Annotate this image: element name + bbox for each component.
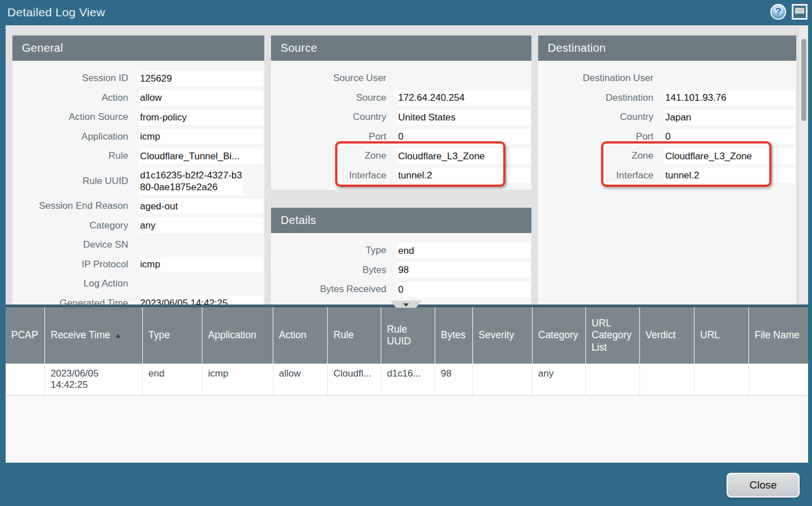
field-label: Interface	[271, 170, 386, 181]
field-row-source-user: Source User	[271, 69, 531, 88]
field-label: Bytes Received	[271, 284, 386, 295]
field-label: Action	[12, 92, 128, 104]
field-row-destination: Destination141.101.93.76	[538, 88, 796, 108]
field-value: d1c16235-b2f2-4327-b380-0ae1875e2a26	[139, 168, 243, 195]
cell-receive-time: 2023/06/05 14:42:25	[45, 364, 143, 395]
field-value: 0	[397, 282, 530, 297]
footer-bar: Close	[0, 463, 812, 506]
field-row-session-end-reason: Session End Reasonaged-out	[12, 196, 264, 216]
field-label: Application	[12, 131, 128, 142]
chevron-down-icon	[403, 303, 409, 307]
field-value: 0	[664, 129, 795, 144]
cell-verdict	[640, 364, 694, 395]
vertical-scrollbar[interactable]	[799, 26, 808, 303]
details-panel-body: Typeend Bytes98 Bytes Received0	[271, 233, 531, 305]
field-value: aged-out	[139, 199, 263, 214]
field-value: end	[397, 243, 530, 258]
window-icon[interactable]	[792, 4, 808, 20]
field-label: Country	[271, 111, 386, 123]
general-panel: General Session ID125629 Actionallow Act…	[12, 35, 264, 305]
general-panel-title: General	[12, 35, 264, 61]
details-panel-title: Details	[271, 208, 531, 233]
field-value: 2023/06/05 14:42:25	[139, 295, 263, 305]
field-value: any	[139, 218, 263, 233]
cell-url	[694, 364, 749, 395]
destination-panel-body: Destination User Destination141.101.93.7…	[538, 61, 796, 305]
field-label: Source	[271, 92, 386, 104]
field-label: Type	[271, 245, 386, 256]
field-value: Cloudflare_L3_Zone	[664, 149, 795, 164]
column-header-type[interactable]: Type	[143, 307, 202, 364]
field-label: Zone	[538, 150, 653, 162]
field-value: Cloudflare_Tunnel_Bi...	[139, 149, 263, 164]
column-header-url[interactable]: URL	[694, 307, 749, 364]
column-header-action[interactable]: Action	[273, 307, 328, 364]
column-header-bytes[interactable]: Bytes	[435, 307, 473, 364]
field-value: Japan	[664, 110, 795, 125]
cell-pcap	[6, 364, 45, 395]
field-row-rule-uuid: Rule UUIDd1c16235-b2f2-4327-b380-0ae1875…	[12, 166, 264, 197]
field-row-bytes-received: Bytes Received0	[271, 280, 531, 299]
cell-bytes: 98	[435, 364, 473, 395]
field-label: Interface	[538, 170, 653, 181]
destination-panel: Destination Destination User Destination…	[538, 35, 796, 305]
column-header-pcap[interactable]: PCAP	[6, 307, 45, 364]
column-header-url-category-list[interactable]: URL Category List	[586, 307, 640, 364]
table-row[interactable]: 2023/06/05 14:42:25 end icmp allow Cloud…	[6, 364, 808, 396]
field-value: icmp	[139, 257, 263, 272]
field-label: Session End Reason	[12, 200, 128, 212]
field-row-source-interface: Interfacetunnel.2	[271, 166, 531, 186]
column-header-rule-uuid[interactable]: Rule UUID	[381, 307, 435, 364]
close-button[interactable]: Close	[727, 473, 800, 498]
help-icon[interactable]: ?	[770, 4, 786, 20]
field-row-action-source: Action Sourcefrom-policy	[12, 108, 264, 127]
field-label: Source User	[271, 73, 386, 84]
field-row-source-zone: ZoneCloudflare_L3_Zone	[271, 146, 531, 166]
column-header-receive-time[interactable]: Receive Time▲	[45, 307, 143, 364]
field-label: Destination User	[538, 73, 653, 84]
column-header-severity[interactable]: Severity	[473, 307, 533, 364]
field-row-ip-protocol: IP Protocolicmp	[12, 255, 264, 275]
field-row-bytes: Bytes98	[271, 261, 531, 280]
log-detail-area: General Session ID125629 Actionallow Act…	[6, 25, 808, 305]
field-row-destination-interface: Interfacetunnel.2	[538, 166, 796, 186]
destination-panel-title: Destination	[538, 35, 796, 61]
log-table-header: PCAP Receive Time▲ Type Application Acti…	[6, 307, 808, 364]
field-value: 125629	[139, 71, 263, 86]
field-label: Bytes	[271, 265, 386, 276]
field-label: Session ID	[12, 73, 128, 84]
field-row-source: Source172.64.240.254	[271, 88, 531, 108]
log-table: PCAP Receive Time▲ Type Application Acti…	[6, 307, 808, 463]
column-header-application[interactable]: Application	[202, 307, 273, 364]
column-header-rule[interactable]: Rule	[328, 307, 381, 364]
field-label: Rule UUID	[12, 176, 128, 187]
field-label: Zone	[271, 150, 386, 162]
column-header-file-name[interactable]: File Name	[749, 307, 808, 364]
window-icon-inner	[795, 8, 804, 14]
column-header-verdict[interactable]: Verdict	[640, 307, 694, 364]
field-value: icmp	[139, 129, 263, 144]
sort-ascending-icon: ▲	[115, 332, 121, 340]
field-row-generated-time: Generated Time2023/06/05 14:42:25	[12, 294, 264, 305]
field-row-action: Actionallow	[12, 88, 264, 108]
field-value: 0	[397, 129, 530, 144]
field-row-destination-user: Destination User	[538, 69, 796, 88]
cell-action: allow	[273, 364, 328, 395]
field-row-type: Typeend	[271, 241, 531, 261]
field-row-source-port: Port0	[271, 127, 531, 147]
field-value: allow	[139, 90, 263, 105]
cell-application: icmp	[202, 364, 273, 395]
cell-category: any	[533, 364, 586, 395]
field-value	[664, 77, 795, 80]
field-value: United States	[397, 110, 530, 125]
column-header-category[interactable]: Category	[533, 307, 586, 364]
field-label: IP Protocol	[12, 259, 128, 270]
field-label: Port	[271, 131, 386, 142]
scrollbar-thumb[interactable]	[801, 39, 806, 121]
field-label: Country	[538, 111, 653, 123]
field-label: Log Action	[12, 278, 128, 289]
help-glyph: ?	[775, 6, 781, 17]
field-value	[397, 77, 530, 80]
field-row-application: Applicationicmp	[12, 127, 264, 147]
cell-url-category-list	[586, 364, 640, 395]
